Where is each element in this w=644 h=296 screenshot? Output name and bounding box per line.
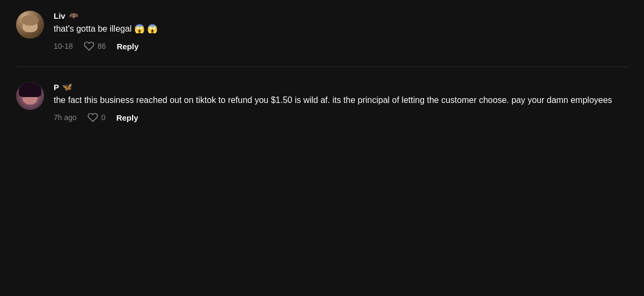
heart-icon bbox=[87, 112, 98, 123]
comment-username: P 🦋 bbox=[54, 82, 628, 92]
heart-icon bbox=[84, 41, 94, 51]
avatar bbox=[16, 82, 44, 110]
comment-actions: 10-18 86 Reply bbox=[54, 41, 628, 51]
avatar bbox=[16, 11, 44, 39]
comments-container: Liv 🦇 that's gotta be illegal 😱 😱 10-18 … bbox=[16, 11, 628, 123]
like-count: 0 bbox=[101, 113, 106, 122]
comment-text: that's gotta be illegal 😱 😱 bbox=[54, 23, 628, 35]
comment-actions: 7h ago 0 Reply bbox=[54, 112, 628, 123]
comment-body: Liv 🦇 that's gotta be illegal 😱 😱 10-18 … bbox=[54, 11, 628, 51]
username-emoji: 🦋 bbox=[62, 82, 72, 92]
username-emoji: 🦇 bbox=[69, 11, 79, 20]
username-text: Liv bbox=[54, 11, 65, 20]
comment-text: the fact this business reached out on ti… bbox=[54, 94, 628, 107]
reply-button[interactable]: Reply bbox=[116, 113, 138, 122]
username-text: P bbox=[54, 83, 59, 92]
like-count: 86 bbox=[98, 42, 106, 50]
comment-date: 10-18 bbox=[54, 42, 73, 50]
reply-button[interactable]: Reply bbox=[116, 42, 138, 51]
comment-username: Liv 🦇 bbox=[54, 11, 628, 20]
comment-body: P 🦋 the fact this business reached out o… bbox=[54, 82, 628, 123]
like-button[interactable]: 86 bbox=[84, 41, 106, 51]
comment-item: Liv 🦇 that's gotta be illegal 😱 😱 10-18 … bbox=[16, 11, 628, 51]
comment-divider bbox=[16, 66, 628, 67]
comment-item: P 🦋 the fact this business reached out o… bbox=[16, 82, 628, 123]
like-button[interactable]: 0 bbox=[87, 112, 106, 123]
comment-date: 7h ago bbox=[54, 113, 77, 122]
